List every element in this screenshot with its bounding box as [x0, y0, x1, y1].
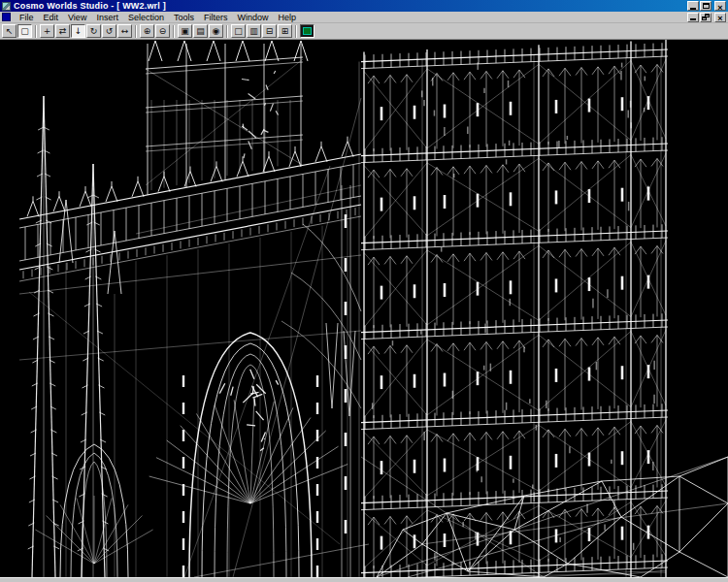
maximize-icon [703, 3, 710, 9]
mdi-window-controls [687, 13, 726, 22]
pan-tool[interactable]: + [40, 24, 54, 38]
orbit-tool[interactable]: ↺ [102, 24, 116, 38]
cathedral-wireframe [0, 40, 728, 577]
region-select-tool-icon: ▢ [20, 27, 29, 36]
seek-tool-icon: ↓ [75, 27, 83, 36]
layout-single-button-icon: □ [234, 27, 243, 36]
zoom-in-button[interactable]: ⊕ [140, 24, 154, 38]
toolbar-separator [173, 25, 175, 38]
minimize-icon [690, 18, 696, 20]
render-preview-toggle[interactable] [300, 24, 314, 38]
mdi-minimize-button[interactable] [687, 13, 699, 22]
restore-icon [702, 14, 710, 20]
toolbar-separator [226, 25, 228, 38]
app-icon [2, 2, 11, 11]
toolbar-separator [135, 25, 137, 38]
layout-quad-button[interactable]: ⊞ [278, 24, 292, 38]
move-tool-icon: ⇄ [59, 27, 67, 36]
snapshot-view-button-icon: ▤ [196, 27, 205, 36]
rotate-tool-icon: ↻ [90, 27, 98, 36]
layout-split-horizontal-button[interactable]: ⊟ [262, 24, 277, 38]
menu-item-selection[interactable]: Selection [123, 12, 169, 23]
select-tool-icon: ↖ [6, 27, 14, 36]
layout-quad-button-icon: ⊞ [281, 27, 289, 36]
zoom-out-button-icon: ⊖ [159, 27, 167, 36]
mdi-close-button[interactable] [714, 13, 726, 22]
menu-item-insert[interactable]: Insert [91, 12, 123, 23]
close-icon [717, 10, 722, 24]
window-title: Cosmo Worlds Studio - [ WW2.wrl ] [14, 0, 687, 12]
menu-item-file[interactable]: File [15, 12, 39, 23]
toolbar: ↖▢+⇄↓↻↺↔⊕⊖▣▤◉□▥⊟⊞ [0, 23, 728, 40]
fit-view-button[interactable]: ▣ [178, 24, 192, 38]
minimize-button[interactable] [687, 1, 699, 11]
layout-split-horizontal-button-icon: ⊟ [266, 27, 274, 36]
zoom-out-button[interactable]: ⊖ [155, 24, 170, 38]
layout-split-vertical-button-icon: ▥ [249, 27, 258, 36]
window-frame-bottom [0, 577, 728, 582]
move-tool[interactable]: ⇄ [55, 24, 70, 38]
title-bar: Cosmo Worlds Studio - [ WW2.wrl ] [0, 0, 728, 12]
layout-split-vertical-button[interactable]: ▥ [247, 24, 261, 38]
menu-item-filters[interactable]: Filters [199, 12, 233, 23]
restore-view-button-icon: ◉ [213, 27, 220, 36]
mdi-document-icon[interactable] [2, 13, 11, 21]
pan-tool-icon: + [44, 27, 51, 36]
layout-single-button[interactable]: □ [231, 24, 246, 38]
restore-view-button[interactable]: ◉ [209, 24, 223, 38]
fit-view-button-icon: ▣ [181, 27, 189, 36]
select-tool[interactable]: ↖ [2, 24, 17, 38]
menu-item-edit[interactable]: Edit [39, 12, 64, 23]
minimize-icon [690, 8, 696, 10]
menu-item-window[interactable]: Window [232, 12, 273, 23]
viewport-3d[interactable] [0, 40, 728, 577]
menu-item-view[interactable]: View [63, 12, 91, 23]
rotate-tool[interactable]: ↻ [86, 24, 101, 38]
toolbar-separator [35, 25, 37, 38]
snapshot-view-button[interactable]: ▤ [193, 24, 208, 38]
maximize-button[interactable] [700, 1, 711, 11]
render-preview-icon [303, 27, 312, 35]
region-select-tool[interactable]: ▢ [17, 24, 32, 38]
seek-tool[interactable]: ↓ [71, 24, 85, 38]
mdi-restore-button[interactable] [700, 13, 711, 22]
menu-item-help[interactable]: Help [273, 12, 301, 23]
slide-tool[interactable]: ↔ [117, 24, 132, 38]
orbit-tool-icon: ↺ [106, 27, 114, 36]
slide-tool-icon: ↔ [121, 27, 129, 36]
menu-bar: FileEditViewInsertSelectionToolsFiltersW… [0, 12, 728, 23]
toolbar-separator [295, 25, 297, 38]
menu-items: FileEditViewInsertSelectionToolsFiltersW… [15, 12, 687, 23]
zoom-in-button-icon: ⊕ [144, 27, 151, 36]
menu-item-tools[interactable]: Tools [169, 12, 199, 23]
